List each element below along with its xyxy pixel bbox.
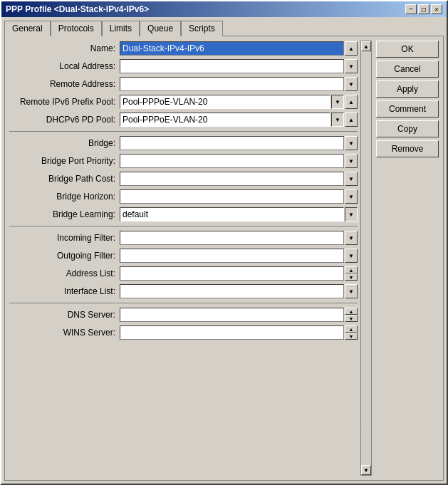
tab-queue[interactable]: Queue bbox=[140, 21, 181, 36]
dhcpv6-pool-row: DHCPv6 PD Pool: Pool-PPPoE-VLAN-20 ▼ ▲ bbox=[9, 112, 358, 127]
window-body: General Protocols Limits Queue Scripts N… bbox=[1, 17, 447, 484]
bridge-horizon-dropdown[interactable]: ▼ bbox=[345, 189, 358, 204]
buttons-panel: OK Cancel Apply Comment Copy Remove bbox=[376, 41, 439, 476]
dhcpv6-pool-up[interactable]: ▲ bbox=[345, 113, 358, 127]
address-list-up[interactable]: ▲ bbox=[345, 266, 358, 273]
bridge-input[interactable] bbox=[120, 136, 344, 150]
wins-server-label: WINS Server: bbox=[9, 328, 120, 338]
interface-list-label: Interface List: bbox=[9, 286, 120, 296]
bridge-port-priority-row: Bridge Port Priority: ▼ bbox=[9, 153, 358, 169]
remote-ipv6-pool-row: Remote IPv6 Prefix Pool: Pool-PPPoE-VLAN… bbox=[9, 94, 358, 110]
title-bar-controls: ─ □ ✕ bbox=[405, 4, 442, 14]
address-list-label: Address List: bbox=[9, 268, 120, 278]
content-area: Name: ▲ Local Address: ▼ bbox=[4, 36, 444, 481]
dhcpv6-pool-wrap: Pool-PPPoE-VLAN-20 ▼ ▲ bbox=[120, 113, 358, 127]
local-address-dropdown[interactable]: ▼ bbox=[345, 59, 358, 73]
main-window: PPP Profile <Dual-Stack-IPv4-IPv6> ─ □ ✕… bbox=[0, 0, 448, 485]
outgoing-filter-dropdown[interactable]: ▼ bbox=[345, 249, 358, 263]
interface-list-dropdown[interactable]: ▼ bbox=[345, 284, 358, 298]
incoming-filter-input[interactable] bbox=[120, 231, 344, 245]
remote-ipv6-pool-up[interactable]: ▲ bbox=[345, 95, 358, 109]
dns-server-down[interactable]: ▼ bbox=[345, 315, 358, 322]
name-input[interactable] bbox=[120, 41, 344, 56]
minimize-button[interactable]: ─ bbox=[405, 4, 417, 14]
local-address-wrap: ▼ bbox=[120, 59, 358, 73]
bridge-port-priority-input[interactable] bbox=[120, 154, 344, 168]
bridge-horizon-row: Bridge Horizon: ▼ bbox=[9, 189, 358, 204]
dns-server-up[interactable]: ▲ bbox=[345, 308, 358, 315]
outgoing-filter-row: Outgoing Filter: ▼ bbox=[9, 248, 358, 264]
local-address-input[interactable] bbox=[120, 59, 344, 73]
bridge-path-cost-dropdown[interactable]: ▼ bbox=[345, 172, 358, 186]
vscroll-up-btn[interactable]: ▲ bbox=[361, 41, 371, 51]
outgoing-filter-label: Outgoing Filter: bbox=[9, 251, 120, 261]
bridge-horizon-input[interactable] bbox=[120, 189, 344, 204]
tab-scripts[interactable]: Scripts bbox=[181, 21, 223, 36]
dhcpv6-pool-dropdown[interactable]: ▼ bbox=[331, 113, 344, 127]
name-input-wrap: ▲ bbox=[120, 41, 358, 56]
address-list-down[interactable]: ▼ bbox=[345, 273, 358, 281]
bridge-learning-value: default bbox=[120, 207, 344, 221]
interface-list-row: Interface List: ▼ bbox=[9, 283, 358, 299]
incoming-filter-dropdown[interactable]: ▼ bbox=[345, 231, 358, 245]
outgoing-filter-wrap: ▼ bbox=[120, 249, 358, 263]
comment-button[interactable]: Comment bbox=[376, 100, 439, 118]
dns-server-label: DNS Server: bbox=[9, 310, 120, 320]
name-row: Name: ▲ bbox=[9, 41, 358, 56]
local-address-row: Local Address: ▼ bbox=[9, 58, 358, 74]
name-up-btn[interactable]: ▲ bbox=[345, 41, 358, 56]
wins-server-input[interactable] bbox=[120, 325, 344, 340]
remote-ipv6-pool-dropdown[interactable]: ▼ bbox=[331, 95, 344, 109]
tab-bar: General Protocols Limits Queue Scripts bbox=[4, 20, 444, 36]
remote-ipv6-pool-label: Remote IPv6 Prefix Pool: bbox=[9, 97, 120, 107]
bridge-label: Bridge: bbox=[9, 138, 120, 148]
window-title: PPP Profile <Dual-Stack-IPv4-IPv6> bbox=[6, 4, 149, 14]
tab-protocols[interactable]: Protocols bbox=[51, 21, 102, 36]
address-list-updown: ▲ ▼ bbox=[345, 266, 358, 281]
bridge-horizon-label: Bridge Horizon: bbox=[9, 192, 120, 202]
dhcpv6-pool-value: Pool-PPPoE-VLAN-20 bbox=[120, 113, 330, 127]
bridge-learning-row: Bridge Learning: default ▼ bbox=[9, 207, 358, 222]
tab-limits[interactable]: Limits bbox=[102, 21, 140, 36]
wins-server-up[interactable]: ▲ bbox=[345, 325, 358, 333]
maximize-button[interactable]: □ bbox=[418, 4, 429, 14]
cancel-button[interactable]: Cancel bbox=[376, 61, 439, 78]
remote-ipv6-pool-value: Pool-PPPoE-VLAN-20 bbox=[120, 95, 330, 109]
vscroll-track[interactable] bbox=[361, 51, 371, 465]
vscroll-down-btn[interactable]: ▼ bbox=[361, 465, 371, 475]
address-list-wrap: ▲ ▼ bbox=[120, 266, 358, 281]
remote-address-label: Remote Address: bbox=[9, 79, 120, 89]
title-bar: PPP Profile <Dual-Stack-IPv4-IPv6> ─ □ ✕ bbox=[1, 1, 447, 17]
dns-server-row: DNS Server: ▲ ▼ bbox=[9, 307, 358, 323]
bridge-dropdown[interactable]: ▼ bbox=[345, 136, 358, 150]
form-scroll[interactable]: Name: ▲ Local Address: ▼ bbox=[9, 41, 372, 476]
wins-server-down[interactable]: ▼ bbox=[345, 333, 358, 340]
dns-server-wrap: ▲ ▼ bbox=[120, 308, 358, 322]
bridge-port-priority-dropdown[interactable]: ▼ bbox=[345, 154, 358, 168]
local-address-label: Local Address: bbox=[9, 61, 120, 71]
bridge-path-cost-input[interactable] bbox=[120, 172, 344, 186]
remove-button[interactable]: Remove bbox=[376, 140, 439, 157]
name-label: Name: bbox=[9, 43, 120, 53]
close-button[interactable]: ✕ bbox=[431, 4, 442, 14]
bridge-wrap: ▼ bbox=[120, 136, 358, 150]
remote-address-wrap: ▼ bbox=[120, 77, 358, 91]
bridge-horizon-wrap: ▼ bbox=[120, 189, 358, 204]
interface-list-input[interactable] bbox=[120, 284, 344, 298]
apply-button[interactable]: Apply bbox=[376, 80, 439, 98]
tab-general[interactable]: General bbox=[4, 21, 51, 36]
incoming-filter-wrap: ▼ bbox=[120, 231, 358, 245]
ok-button[interactable]: OK bbox=[376, 41, 439, 58]
address-list-input[interactable] bbox=[120, 266, 344, 281]
remote-ipv6-pool-wrap: Pool-PPPoE-VLAN-20 ▼ ▲ bbox=[120, 95, 358, 109]
wins-server-wrap: ▲ ▼ bbox=[120, 325, 358, 340]
incoming-filter-label: Incoming Filter: bbox=[9, 233, 120, 243]
bridge-port-priority-wrap: ▼ bbox=[120, 154, 358, 168]
remote-address-dropdown[interactable]: ▼ bbox=[345, 77, 358, 91]
copy-button[interactable]: Copy bbox=[376, 120, 439, 137]
bridge-learning-dropdown[interactable]: ▼ bbox=[345, 207, 358, 221]
remote-address-input[interactable] bbox=[120, 77, 344, 91]
dns-server-input[interactable] bbox=[120, 308, 344, 322]
bridge-port-priority-label: Bridge Port Priority: bbox=[9, 156, 120, 166]
outgoing-filter-input[interactable] bbox=[120, 249, 344, 263]
